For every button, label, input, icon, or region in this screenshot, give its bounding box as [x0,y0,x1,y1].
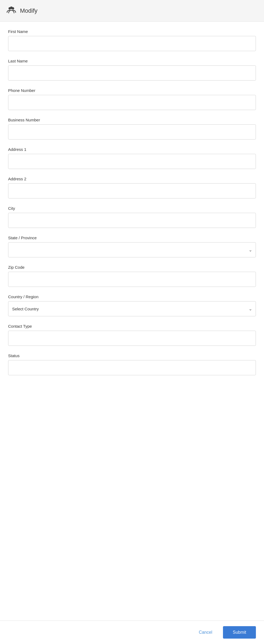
country-region-select-wrapper: Select Country ⌄ [8,301,256,316]
city-label: City [8,206,256,211]
page-title: Modify [20,7,38,14]
form-group-city: City [8,206,256,228]
address-1-input[interactable] [8,154,256,169]
submit-button[interactable]: Submit [223,626,256,639]
phone-number-label: Phone Number [8,88,256,93]
form-body: First Name Last Name Phone Number Busine… [0,22,264,620]
country-region-select[interactable]: Select Country [8,301,256,316]
state-province-label: State / Province [8,235,256,240]
form-group-last-name: Last Name [8,59,256,81]
phone-number-input[interactable] [8,95,256,110]
page-header: Modify [0,0,264,22]
first-name-input[interactable] [8,36,256,51]
form-group-business-number: Business Number [8,118,256,140]
zip-code-input[interactable] [8,272,256,287]
form-group-contact-type: Contact Type [8,324,256,346]
state-province-select[interactable] [8,242,256,257]
contact-type-input[interactable] [8,331,256,346]
zip-code-label: Zip Code [8,265,256,270]
form-group-first-name: First Name [8,29,256,51]
form-group-country-region: Country / Region Select Country ⌄ [8,294,256,316]
cancel-button[interactable]: Cancel [193,627,218,638]
status-input[interactable] [8,360,256,375]
business-number-input[interactable] [8,124,256,140]
business-number-label: Business Number [8,118,256,122]
state-province-select-wrapper: ⌄ [8,242,256,257]
form-group-address-1: Address 1 [8,147,256,169]
form-group-phone-number: Phone Number [8,88,256,110]
contact-type-label: Contact Type [8,324,256,328]
address-1-label: Address 1 [8,147,256,152]
svg-point-2 [10,6,13,9]
form-group-zip-code: Zip Code [8,265,256,287]
form-group-state-province: State / Province ⌄ [8,235,256,257]
last-name-input[interactable] [8,65,256,81]
city-input[interactable] [8,213,256,228]
status-label: Status [8,353,256,358]
country-region-label: Country / Region [8,294,256,299]
form-group-address-2: Address 2 [8,177,256,198]
first-name-label: First Name [8,29,256,34]
address-2-input[interactable] [8,183,256,198]
form-footer: Cancel Submit [0,620,264,644]
address-2-label: Address 2 [8,177,256,181]
form-group-status: Status [8,353,256,375]
users-icon [6,5,16,16]
last-name-label: Last Name [8,59,256,63]
